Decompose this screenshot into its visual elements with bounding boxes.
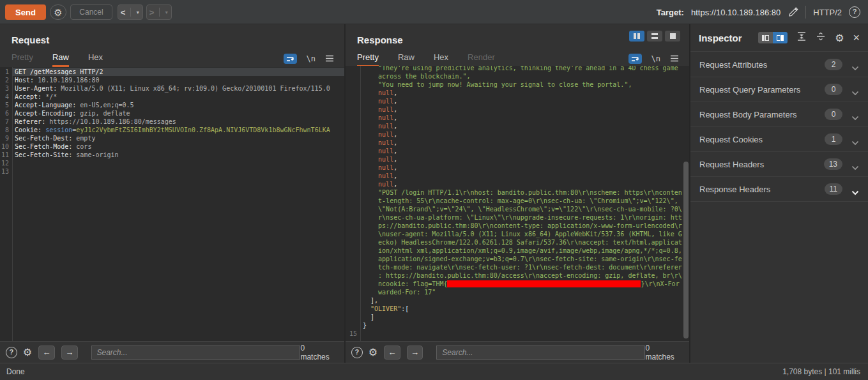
inspector-section-response-headers[interactable]: Response Headers11 bbox=[690, 177, 868, 202]
inspector-dock-toggle bbox=[758, 32, 788, 43]
dock-left-icon[interactable] bbox=[758, 32, 773, 43]
request-search-input[interactable] bbox=[91, 346, 301, 360]
code-line[interactable]: null, bbox=[346, 89, 689, 97]
search-settings-gear-icon[interactable]: ⚙ bbox=[369, 346, 377, 358]
inspector-settings-gear-icon[interactable]: ⚙ bbox=[835, 32, 844, 44]
response-search-input[interactable] bbox=[436, 346, 645, 360]
code-line[interactable]: 10Sec-Fetch-Mode: cors bbox=[0, 142, 344, 151]
tab-hex[interactable]: Hex bbox=[434, 52, 448, 67]
edit-target-pencil-icon[interactable] bbox=[788, 7, 798, 18]
back-dropdown-icon[interactable]: ▼ bbox=[135, 10, 140, 15]
code-line[interactable]: null, bbox=[346, 105, 689, 114]
editor-menu-icon[interactable] bbox=[670, 53, 679, 65]
layout-rows-icon[interactable] bbox=[647, 31, 662, 42]
search-help-icon[interactable]: ? bbox=[351, 347, 363, 358]
code-line[interactable]: null, bbox=[346, 97, 689, 105]
code-line[interactable]: : https://bandito.public.thm:80/access\r… bbox=[346, 271, 689, 280]
search-prev-button[interactable]: ← bbox=[384, 346, 400, 360]
line-number: 11 bbox=[0, 151, 12, 159]
code-line[interactable]: application/signed-exchange;v=b3;q=0.7\r… bbox=[346, 255, 689, 263]
code-line[interactable]: 6Accept-Encoding: gzip, deflate bbox=[0, 109, 344, 118]
code-line[interactable]: across the blockchain.", bbox=[346, 72, 689, 80]
cancel-button[interactable]: Cancel bbox=[70, 4, 112, 20]
response-scrollbar-thumb[interactable] bbox=[683, 162, 689, 338]
line-number bbox=[346, 238, 360, 247]
code-line[interactable]: 7Referer: https://10.10.189.186:80/messa… bbox=[0, 118, 344, 126]
send-settings-gear-icon[interactable]: ⚙ bbox=[50, 4, 66, 20]
search-settings-gear-icon[interactable]: ⚙ bbox=[23, 346, 32, 358]
code-line[interactable]: 2Host: 10.10.189.186:80 bbox=[0, 76, 344, 84]
search-next-button[interactable]: → bbox=[61, 346, 78, 360]
code-segment: ecko) HeadlessChrome/122.0.6261.128 Safa… bbox=[363, 239, 682, 246]
expand-all-icon[interactable] bbox=[816, 32, 826, 43]
code-line[interactable]: 15 bbox=[346, 330, 689, 338]
word-wrap-toggle-icon[interactable] bbox=[284, 54, 297, 64]
inspector-section-request-body-parameters[interactable]: Request Body Parameters0 bbox=[690, 102, 868, 127]
code-line[interactable]: null, bbox=[346, 139, 689, 147]
search-help-icon[interactable]: ? bbox=[6, 347, 17, 358]
code-line[interactable]: "OLIVER":[ bbox=[346, 305, 689, 313]
search-next-button[interactable]: → bbox=[407, 346, 423, 360]
show-newlines-icon[interactable]: \n bbox=[307, 54, 316, 63]
inspector-section-request-query-parameters[interactable]: Request Query Parameters0 bbox=[690, 77, 868, 102]
code-line[interactable]: ps://bandito.public.thm:80\r\ncontent-ty… bbox=[346, 222, 689, 230]
code-line[interactable]: "You need to jump now! Awaiting your sig… bbox=[346, 80, 689, 89]
code-line[interactable]: "They're using predictive analytics, thi… bbox=[346, 66, 689, 72]
layout-single-icon[interactable] bbox=[665, 31, 680, 42]
layout-columns-icon[interactable] bbox=[629, 31, 644, 42]
code-line[interactable]: r\nsec-ch-ua-platform: \"Linux\"\r\nupgr… bbox=[346, 213, 689, 222]
collapse-all-icon[interactable] bbox=[796, 32, 807, 43]
code-line[interactable]: null, bbox=[346, 114, 689, 122]
code-line[interactable]: warded-For: 17" bbox=[346, 288, 689, 296]
code-line[interactable]: tch-mode: navigate\r\nsec-fetch-user: ?1… bbox=[346, 263, 689, 271]
code-line[interactable]: null, bbox=[346, 155, 689, 163]
code-line[interactable]: "POST /login HTTP/1.1\r\nhost: bandito.p… bbox=[346, 188, 689, 197]
code-line[interactable]: null, bbox=[346, 147, 689, 155]
code-line[interactable]: 8Cookie: session=eyJ1c2VybmFtZSI6ImhBY2t… bbox=[0, 126, 344, 134]
code-line[interactable]: } bbox=[346, 321, 689, 330]
code-line[interactable]: \"Not(A:Brand\";v=\"24\", \"HeadlessChro… bbox=[346, 205, 689, 213]
inspector-section-request-cookies[interactable]: Request Cookies1 bbox=[690, 127, 868, 152]
dock-right-icon[interactable] bbox=[773, 32, 788, 43]
chevron-down-icon bbox=[851, 137, 859, 142]
inspector-title: Inspector bbox=[699, 33, 742, 43]
code-line[interactable]: 1GET /getMessages HTTP/2 bbox=[0, 68, 344, 76]
editor-menu-icon[interactable] bbox=[325, 53, 334, 65]
code-line[interactable]: \nuser-agent: Mozilla/5.0 (X11; Linux x8… bbox=[346, 230, 689, 238]
code-line[interactable]: null, bbox=[346, 130, 689, 139]
code-line[interactable]: ion/xhtml xml,application/xml;q=0.9,imag… bbox=[346, 247, 689, 255]
code-line[interactable]: null, bbox=[346, 180, 689, 188]
show-newlines-icon[interactable]: \n bbox=[651, 54, 660, 63]
tab-raw[interactable]: Raw bbox=[398, 52, 415, 67]
help-icon[interactable]: ? bbox=[849, 6, 860, 18]
code-line[interactable]: null, bbox=[346, 172, 689, 180]
code-line[interactable]: ], bbox=[346, 296, 689, 305]
send-button[interactable]: Send bbox=[5, 4, 46, 20]
code-line[interactable]: 3User-Agent: Mozilla/5.0 (X11; Linux x86… bbox=[0, 84, 344, 93]
code-line[interactable]: null, bbox=[346, 163, 689, 172]
inspector-section-request-attributes[interactable]: Request Attributes2 bbox=[690, 52, 868, 77]
code-text: null, bbox=[360, 89, 689, 97]
code-line[interactable]: ] bbox=[346, 313, 689, 321]
line-number: 10 bbox=[0, 142, 12, 151]
code-line[interactable]: ecko) HeadlessChrome/122.0.6261.128 Safa… bbox=[346, 238, 689, 247]
code-line[interactable]: 4Accept: */* bbox=[0, 93, 344, 101]
code-line[interactable]: ncookie: flag=THM{}\r\nX-For bbox=[346, 280, 689, 288]
history-back-button[interactable]: < ▼ bbox=[118, 4, 143, 20]
code-line[interactable]: 12 bbox=[0, 159, 344, 167]
code-line[interactable]: 11Sec-Fetch-Site: same-origin bbox=[0, 151, 344, 159]
response-editor[interactable]: "They're using predictive analytics, thi… bbox=[346, 66, 689, 341]
code-line[interactable]: 9Sec-Fetch-Dest: empty bbox=[0, 134, 344, 142]
search-prev-button[interactable]: ← bbox=[38, 346, 55, 360]
request-editor[interactable]: 1GET /getMessages HTTP/22Host: 10.10.189… bbox=[0, 67, 344, 341]
tab-pretty[interactable]: Pretty bbox=[357, 52, 379, 67]
code-line[interactable]: 13 bbox=[0, 167, 344, 176]
code-line[interactable]: t-length: 55\r\ncache-control: max-age=0… bbox=[346, 197, 689, 205]
tab-hex[interactable]: Hex bbox=[88, 52, 103, 67]
inspector-section-request-headers[interactable]: Request Headers13 bbox=[690, 152, 868, 177]
inspector-close-icon[interactable]: × bbox=[853, 33, 860, 42]
code-line[interactable]: null, bbox=[346, 122, 689, 130]
word-wrap-toggle-icon[interactable] bbox=[628, 54, 642, 64]
code-line[interactable]: 5Accept-Language: en-US,en;q=0.5 bbox=[0, 101, 344, 109]
tab-raw[interactable]: Raw bbox=[52, 52, 69, 67]
